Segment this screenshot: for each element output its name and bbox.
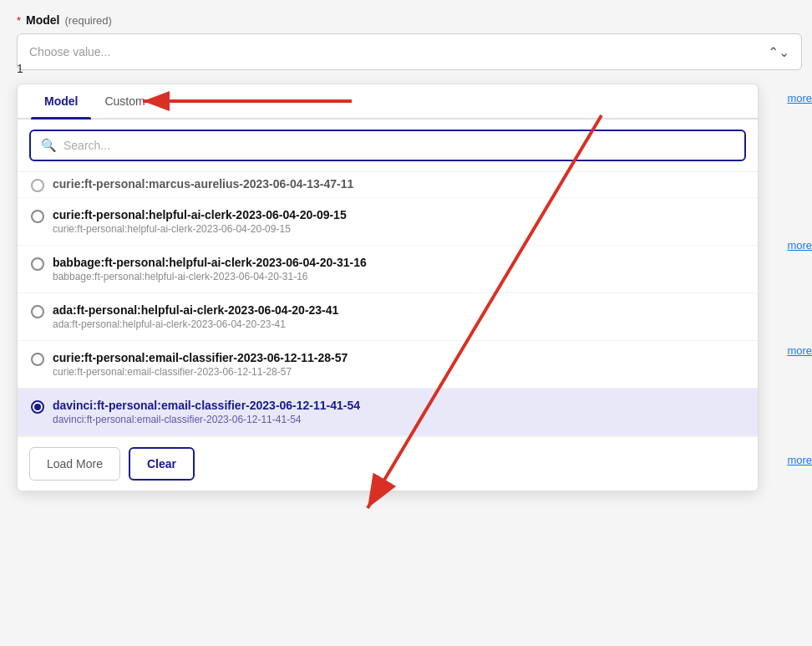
model-dropdown-trigger[interactable]: Choose value... ⌃⌄ — [17, 33, 802, 70]
more-link-2[interactable]: more — [787, 239, 812, 252]
radio-button[interactable] — [31, 210, 44, 223]
field-label: Model — [26, 13, 59, 27]
radio-button-checked[interactable] — [31, 400, 44, 414]
list-item[interactable]: babbage:ft-personal:helpful-ai-clerk-202… — [18, 246, 758, 293]
more-link-4[interactable]: more — [787, 454, 812, 466]
main-content: * Model (required) Choose value... ⌃⌄ mo… — [0, 0, 812, 84]
radio-button[interactable] — [31, 179, 44, 192]
search-icon: 🔍 — [41, 138, 57, 153]
pagination-row: 1 — [17, 62, 23, 75]
required-star: * — [17, 14, 21, 27]
list-item[interactable]: curie:ft-personal:marcus-aurelius-2023-0… — [18, 172, 758, 198]
option-text: ada:ft-personal:helpful-ai-clerk-2023-06… — [53, 303, 338, 330]
chevron-updown-icon: ⌃⌄ — [768, 44, 789, 60]
option-text: davinci:ft-personal:email-classifier-202… — [53, 399, 360, 425]
list-item[interactable]: curie:ft-personal:helpful-ai-clerk-2023-… — [18, 198, 758, 246]
clear-button[interactable]: Clear — [129, 447, 195, 481]
field-label-row: * Model (required) — [17, 13, 795, 27]
search-container: 🔍 — [18, 120, 758, 172]
option-text: curie:ft-personal:marcus-aurelius-2023-0… — [53, 177, 353, 191]
tab-custom[interactable]: Custom — [91, 84, 158, 118]
more-link-3[interactable]: more — [787, 344, 812, 357]
dropdown-placeholder: Choose value... — [29, 45, 110, 58]
options-list: curie:ft-personal:marcus-aurelius-2023-0… — [18, 172, 758, 436]
load-more-button[interactable]: Load More — [29, 447, 120, 481]
list-item[interactable]: ada:ft-personal:helpful-ai-clerk-2023-06… — [18, 293, 758, 341]
page-number: 1 — [17, 62, 23, 75]
list-item[interactable]: curie:ft-personal:email-classifier-2023-… — [18, 341, 758, 389]
more-link-1[interactable]: more — [787, 92, 812, 104]
required-text: (required) — [65, 14, 112, 27]
option-text: babbage:ft-personal:helpful-ai-clerk-202… — [53, 256, 367, 282]
dropdown-panel: Model Custom 🔍 — [17, 84, 759, 491]
option-text: curie:ft-personal:helpful-ai-clerk-2023-… — [53, 208, 347, 235]
radio-button[interactable] — [31, 305, 44, 318]
search-input[interactable] — [63, 139, 734, 152]
list-item-selected[interactable]: davinci:ft-personal:email-classifier-202… — [18, 389, 758, 436]
tab-model[interactable]: Model — [31, 84, 91, 118]
radio-button[interactable] — [31, 257, 44, 271]
tabs-row: Model Custom — [18, 84, 758, 120]
radio-button[interactable] — [31, 353, 44, 366]
bottom-buttons-row: Load More Clear — [18, 436, 758, 491]
search-input-wrap: 🔍 — [29, 130, 746, 161]
option-text: curie:ft-personal:email-classifier-2023-… — [53, 351, 348, 378]
page-container: * Model (required) Choose value... ⌃⌄ mo… — [0, 0, 812, 646]
